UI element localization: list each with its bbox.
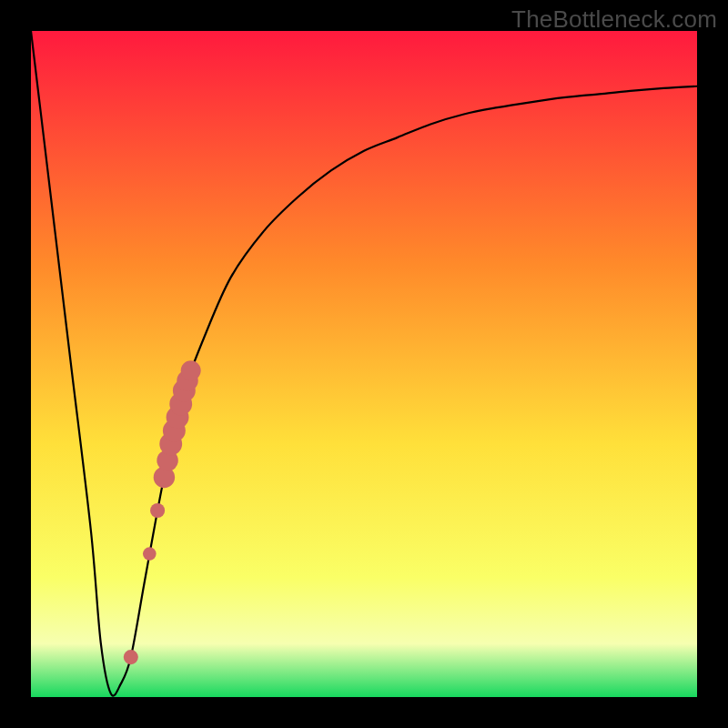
data-marker [143, 547, 157, 561]
data-marker [181, 360, 201, 380]
watermark-text: TheBottleneck.com [511, 5, 717, 34]
chart-svg [31, 31, 697, 697]
data-marker [124, 650, 138, 664]
data-marker [150, 503, 165, 518]
chart-frame: TheBottleneck.com [0, 0, 728, 728]
gradient-background [31, 31, 697, 697]
plot-area [31, 31, 697, 697]
